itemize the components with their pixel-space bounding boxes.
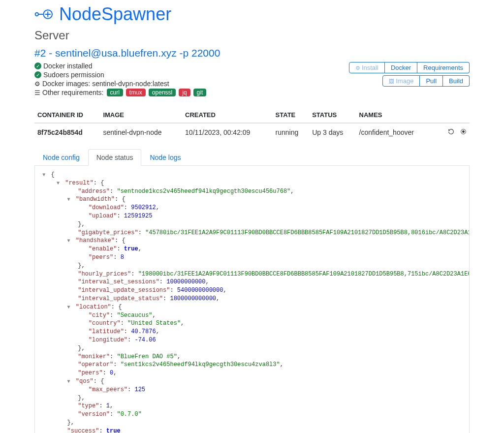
gear-icon: ⚙ xyxy=(34,80,40,88)
pill-git: git xyxy=(193,89,207,96)
th-created: CREATED xyxy=(182,107,273,123)
image-icon: 🖼 xyxy=(389,78,394,84)
th-container-id: CONTAINER ID xyxy=(34,107,100,123)
containers-table: CONTAINER ID IMAGE CREATED STATE STATUS … xyxy=(34,107,470,141)
pill-openssl: openssl xyxy=(149,89,176,96)
status-other-requirements: ☰ Other requirements: curl tmux openssl … xyxy=(34,89,206,96)
cell-container-id: 8f75c24b854d xyxy=(34,123,100,141)
brand-name: NodeSpawner xyxy=(59,4,171,25)
logo-icon xyxy=(34,7,54,21)
cell-image: sentinel-dvpn-node xyxy=(100,123,182,141)
server-subtitle[interactable]: #2 - sentinel@usa.bluefren.xyz -p 22000 xyxy=(34,47,470,59)
status-docker-installed: ✓ Docker installed xyxy=(34,62,206,70)
pill-curl: curl xyxy=(107,89,123,96)
docker-button[interactable]: Docker xyxy=(385,62,417,73)
record-icon[interactable] xyxy=(460,128,467,136)
tab-node-status[interactable]: Node status xyxy=(88,149,142,166)
gear-icon: ⚙ xyxy=(355,65,360,71)
refresh-icon[interactable] xyxy=(448,128,454,136)
cell-state: running xyxy=(273,123,310,141)
pill-jq: jq xyxy=(179,89,190,96)
status-list: ✓ Docker installed ✓ Sudoers permission … xyxy=(34,62,206,97)
image-button[interactable]: 🖼Image xyxy=(382,75,420,87)
action-buttons: ⚙Install Docker Requirements 🖼Image Pull… xyxy=(349,62,470,87)
pill-tmux: tmux xyxy=(126,89,146,96)
install-button[interactable]: ⚙Install xyxy=(349,62,385,73)
page-title: Server xyxy=(34,29,470,42)
th-state: STATE xyxy=(273,107,310,123)
status-sudoers: ✓ Sudoers permission xyxy=(34,71,206,79)
cell-names: /confident_hoover xyxy=(356,123,434,141)
tabs: Node config Node status Node logs xyxy=(34,149,470,166)
th-status: STATUS xyxy=(309,107,356,123)
tab-node-logs[interactable]: Node logs xyxy=(141,149,189,166)
cell-created: 10/11/2023, 00:42:09 xyxy=(182,123,273,141)
json-viewer: ▼ { ▼ "result": { "address": "sentnode1k… xyxy=(34,166,470,433)
check-icon: ✓ xyxy=(34,62,41,69)
status-docker-images: ⚙ Docker images: sentinel-dvpn-node:late… xyxy=(34,80,206,88)
build-button[interactable]: Build xyxy=(443,75,470,87)
layers-icon: ☰ xyxy=(34,89,40,96)
th-image: IMAGE xyxy=(100,107,182,123)
brand-header: NodeSpawner xyxy=(34,0,470,25)
svg-point-0 xyxy=(35,13,38,16)
check-icon: ✓ xyxy=(34,71,41,78)
tab-node-config[interactable]: Node config xyxy=(34,149,88,166)
requirements-button[interactable]: Requirements xyxy=(417,62,470,73)
pull-button[interactable]: Pull xyxy=(420,75,443,87)
cell-status: Up 3 days xyxy=(309,123,356,141)
table-row: 8f75c24b854d sentinel-dvpn-node 10/11/20… xyxy=(34,123,470,141)
th-names: NAMES xyxy=(356,107,434,123)
svg-point-6 xyxy=(462,130,465,133)
